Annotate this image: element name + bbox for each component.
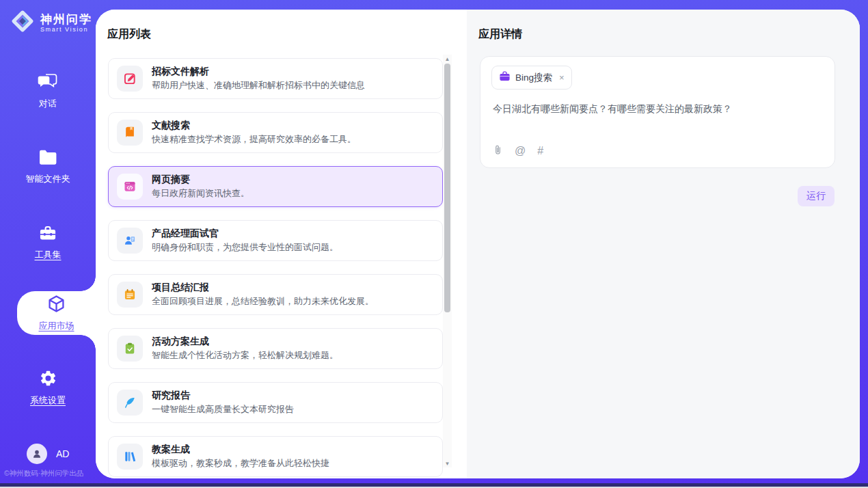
sidebar-item-label: 应用市场 bbox=[39, 320, 74, 332]
app-desc: 智能生成个性化活动方案，轻松解决规划难题。 bbox=[152, 349, 338, 362]
app-title: 招标文件解析 bbox=[152, 66, 365, 77]
list-scrollbar[interactable]: ▲ ▼ bbox=[443, 55, 452, 467]
app-card-text: 文献搜索 快速精准查找学术资源，提高研究效率的必备工具。 bbox=[152, 120, 356, 146]
username: AD bbox=[56, 448, 69, 459]
app-desc: 一键智能生成高质量长文本研究报告 bbox=[152, 403, 294, 416]
sidebar-item-label: 工具集 bbox=[35, 249, 62, 261]
input-toolbar: @ # bbox=[493, 144, 543, 159]
sidebar-item-label: 对话 bbox=[39, 98, 57, 110]
app-card-text: 招标文件解析 帮助用户快速、准确地理解和解析招标书中的关键信息 bbox=[152, 66, 365, 92]
app-detail-title: 应用详情 bbox=[478, 27, 522, 42]
query-card: Bing搜索 × 今日湖北有哪些新闻要点？有哪些需要关注的最新政策？ @ # bbox=[480, 56, 835, 168]
app-card-text: 教案生成 模板驱动，教案秒成，教学准备从此轻松快捷 bbox=[152, 444, 329, 470]
sidebar-item-settings[interactable]: 系统设置 bbox=[0, 369, 96, 407]
app-list-title: 应用列表 bbox=[107, 27, 151, 42]
app-card-event-plan[interactable]: 活动方案生成 智能生成个性化活动方案，轻松解决规划难题。 bbox=[108, 328, 443, 369]
topic-icon[interactable]: # bbox=[537, 145, 543, 157]
run-button[interactable]: 运行 bbox=[798, 186, 835, 206]
tool-tag-bing-search[interactable]: Bing搜索 × bbox=[491, 66, 572, 90]
sidebar-item-toolset[interactable]: 工具集 bbox=[0, 224, 96, 261]
sidebar-item-label: 智能文件夹 bbox=[26, 173, 70, 185]
app-card-bid-analysis[interactable]: 招标文件解析 帮助用户快速、准确地理解和解析招标书中的关键信息 bbox=[108, 58, 443, 99]
app-desc: 每日政府新闻资讯快查。 bbox=[152, 187, 249, 200]
app-title: 教案生成 bbox=[152, 444, 329, 455]
app-card-project-summary[interactable]: 项目总结汇报 全面回顾项目进展，总结经验教训，助力未来优化发展。 bbox=[108, 274, 443, 315]
books-icon bbox=[117, 444, 143, 470]
user-account[interactable]: AD bbox=[27, 444, 69, 464]
app-list-panel: 应用列表 招标文件解析 帮助用户快速、准确地理解和解析招标书中的关键信息 bbox=[96, 10, 467, 478]
edit-square-icon bbox=[117, 66, 143, 92]
app-desc: 快速精准查找学术资源，提高研究效率的必备工具。 bbox=[152, 133, 356, 146]
app-desc: 全面回顾项目进展，总结经验教训，助力未来优化发展。 bbox=[152, 295, 374, 308]
app-title: 产品经理面试官 bbox=[152, 228, 338, 239]
app-card-text: 活动方案生成 智能生成个性化活动方案，轻松解决规划难题。 bbox=[152, 336, 338, 362]
tool-tag-close-icon[interactable]: × bbox=[559, 73, 565, 82]
app-card-text: 产品经理面试官 明确身份和职责，为您提供专业性的面试问题。 bbox=[152, 228, 338, 254]
logo-title: 神州问学 bbox=[40, 13, 92, 26]
app-card-literature-search[interactable]: 文献搜索 快速精准查找学术资源，提高研究效率的必备工具。 bbox=[108, 112, 443, 153]
app-card-text: 项目总结汇报 全面回顾项目进展，总结经验教训，助力未来优化发展。 bbox=[152, 282, 374, 308]
toolbox-icon bbox=[38, 224, 57, 244]
scrollbar-up-arrow[interactable]: ▲ bbox=[443, 55, 452, 63]
cube-icon bbox=[46, 294, 66, 316]
browser-code-icon bbox=[117, 174, 143, 200]
app-detail-panel: 应用详情 Bing搜索 × 今日湖北有哪些新闻要点？有哪些需要关注的最新政策？ bbox=[467, 10, 860, 478]
attachment-icon[interactable] bbox=[493, 144, 503, 159]
query-input[interactable]: 今日湖北有哪些新闻要点？有哪些需要关注的最新政策？ bbox=[493, 103, 822, 116]
chat-icon bbox=[38, 72, 58, 93]
calendar-icon bbox=[117, 282, 143, 308]
logo-diamond-icon bbox=[10, 9, 35, 36]
gear-icon bbox=[39, 369, 57, 390]
sidebar: 神州问学 Smart Vision 对话 智能文件夹 bbox=[0, 0, 96, 488]
briefcase-icon bbox=[499, 71, 511, 84]
folder-icon bbox=[38, 149, 58, 168]
app-title: 网页摘要 bbox=[152, 174, 249, 185]
book-icon bbox=[117, 120, 143, 146]
logo-text: 神州问学 Smart Vision bbox=[40, 13, 92, 33]
sidebar-item-chat[interactable]: 对话 bbox=[0, 72, 96, 110]
app-title: 项目总结汇报 bbox=[152, 282, 374, 293]
quill-icon bbox=[117, 390, 143, 416]
sidebar-item-smart-folders[interactable]: 智能文件夹 bbox=[0, 149, 96, 185]
copyright-text: ©神州数码·神州问学出品 bbox=[4, 469, 96, 478]
mention-icon[interactable]: @ bbox=[515, 145, 526, 157]
app-window: 神州问学 Smart Vision 对话 智能文件夹 bbox=[0, 0, 868, 488]
scrollbar-thumb[interactable] bbox=[444, 64, 450, 312]
app-desc: 明确身份和职责，为您提供专业性的面试问题。 bbox=[152, 241, 338, 254]
app-card-text: 研究报告 一键智能生成高质量长文本研究报告 bbox=[152, 390, 294, 416]
app-desc: 帮助用户快速、准确地理解和解析招标书中的关键信息 bbox=[152, 79, 365, 92]
logo-subtitle: Smart Vision bbox=[40, 26, 92, 33]
clipboard-check-icon bbox=[117, 336, 143, 362]
app-card-pm-interviewer[interactable]: 产品经理面试官 明确身份和职责，为您提供专业性的面试问题。 bbox=[108, 220, 443, 261]
app-title: 文献搜索 bbox=[152, 120, 356, 131]
app-card-web-summary[interactable]: 网页摘要 每日政府新闻资讯快查。 bbox=[108, 166, 443, 207]
app-desc: 模板驱动，教案秒成，教学准备从此轻松快捷 bbox=[152, 457, 329, 470]
app-title: 活动方案生成 bbox=[152, 336, 338, 347]
tool-tag-label: Bing搜索 bbox=[515, 72, 552, 84]
app-title: 研究报告 bbox=[152, 390, 294, 401]
avatar bbox=[27, 444, 47, 464]
sidebar-item-app-market[interactable]: 应用市场 bbox=[17, 291, 96, 335]
app-card-text: 网页摘要 每日政府新闻资讯快查。 bbox=[152, 174, 249, 200]
app-list: 招标文件解析 帮助用户快速、准确地理解和解析招标书中的关键信息 文献搜索 快速精… bbox=[108, 58, 443, 478]
app-card-research-report[interactable]: 研究报告 一键智能生成高质量长文本研究报告 bbox=[108, 382, 443, 423]
main-container: 应用列表 招标文件解析 帮助用户快速、准确地理解和解析招标书中的关键信息 bbox=[96, 10, 860, 478]
scrollbar-down-arrow[interactable]: ▼ bbox=[443, 459, 452, 467]
app-card-lesson-plan[interactable]: 教案生成 模板驱动，教案秒成，教学准备从此轻松快捷 bbox=[108, 436, 443, 477]
interviewer-icon bbox=[117, 228, 143, 254]
app-logo: 神州问学 Smart Vision bbox=[10, 9, 92, 36]
sidebar-item-label: 系统设置 bbox=[30, 394, 66, 407]
